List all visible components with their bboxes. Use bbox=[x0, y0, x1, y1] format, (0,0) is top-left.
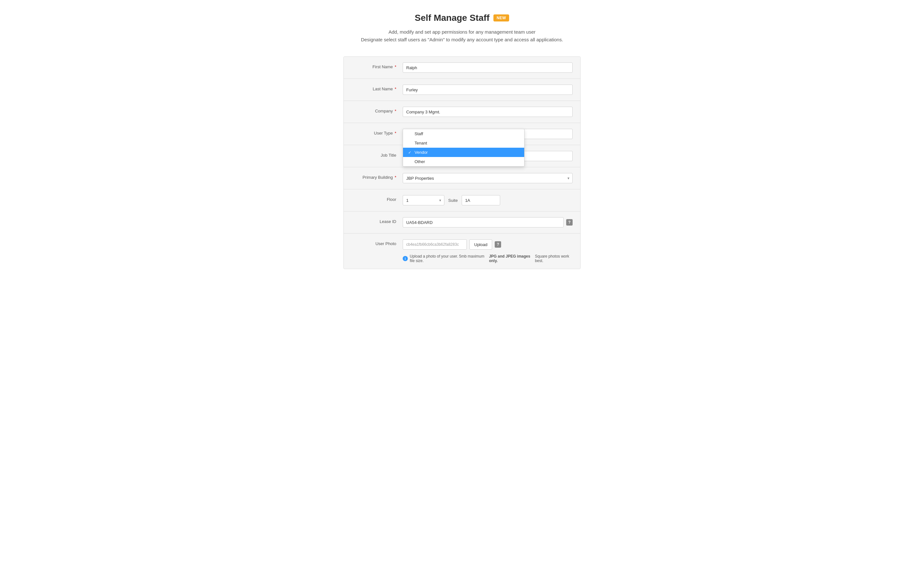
user-photo-field: Upload ? i Upload a photo of your user. … bbox=[403, 239, 573, 263]
page-subtitle-line1: Add, modify and set app permissions for … bbox=[276, 28, 648, 36]
required-star: * bbox=[393, 131, 396, 135]
company-label: Company * bbox=[351, 107, 403, 113]
required-star: * bbox=[393, 87, 396, 91]
form-container: First Name * Last Name * Company * bbox=[343, 56, 581, 269]
first-name-input[interactable] bbox=[403, 62, 573, 73]
info-icon: i bbox=[403, 256, 408, 261]
photo-path-input[interactable] bbox=[403, 239, 467, 250]
upload-button[interactable]: Upload bbox=[470, 239, 492, 250]
first-name-field bbox=[403, 62, 573, 73]
dropdown-item-staff-label: Staff bbox=[415, 131, 423, 136]
dropdown-item-other[interactable]: Other bbox=[403, 157, 524, 166]
user-photo-label: User Photo bbox=[351, 239, 403, 246]
suite-input[interactable] bbox=[462, 195, 500, 205]
lease-id-input[interactable] bbox=[403, 217, 564, 227]
user-type-row: User Type * Staff Tenant bbox=[344, 123, 580, 145]
floor-suite-wrapper: 1 2 3 ▼ Suite bbox=[403, 195, 573, 205]
photo-row-content: Upload ? i Upload a photo of your user. … bbox=[403, 239, 573, 263]
dropdown-item-other-label: Other bbox=[415, 159, 425, 164]
last-name-field bbox=[403, 85, 573, 95]
first-name-label: First Name * bbox=[351, 62, 403, 69]
page-header: Self Manage Staff NEW Add, modify and se… bbox=[276, 13, 648, 44]
job-title-label: Job Title bbox=[351, 151, 403, 158]
primary-building-select-wrapper: JBP Properties ▼ bbox=[403, 173, 573, 183]
user-type-label: User Type * bbox=[351, 129, 403, 135]
page-wrapper: Self Manage Staff NEW Add, modify and se… bbox=[270, 0, 654, 282]
primary-building-select[interactable]: JBP Properties bbox=[403, 173, 573, 183]
photo-help-prefix: Upload a photo of your user. 5mb maximum… bbox=[410, 254, 487, 263]
floor-suite-row: Floor 1 2 3 ▼ Suite bbox=[344, 189, 580, 211]
user-photo-row: User Photo Upload ? i Upload a photo of … bbox=[344, 234, 580, 269]
floor-select-wrapper: 1 2 3 ▼ bbox=[403, 195, 444, 205]
company-row: Company * bbox=[344, 101, 580, 123]
photo-help-bold: JPG and JPEG images only. bbox=[489, 254, 533, 263]
dropdown-item-tenant[interactable]: Tenant bbox=[403, 138, 524, 148]
user-type-field: Staff Tenant ✓ Vendor Other bbox=[403, 129, 573, 139]
user-type-select-wrapper: Staff Tenant ✓ Vendor Other bbox=[403, 129, 573, 139]
last-name-input[interactable] bbox=[403, 85, 573, 95]
floor-select[interactable]: 1 2 3 bbox=[403, 195, 444, 205]
page-title: Self Manage Staff bbox=[415, 13, 489, 23]
user-photo-help-icon[interactable]: ? bbox=[495, 241, 501, 248]
required-star: * bbox=[393, 64, 396, 69]
company-field bbox=[403, 107, 573, 117]
primary-building-label: Primary Building * bbox=[351, 173, 403, 180]
page-title-row: Self Manage Staff NEW bbox=[276, 13, 648, 23]
dropdown-item-vendor-label: Vendor bbox=[415, 150, 428, 155]
photo-help-text: i Upload a photo of your user. 5mb maxim… bbox=[403, 254, 573, 263]
dropdown-item-vendor[interactable]: ✓ Vendor bbox=[403, 148, 524, 157]
checkmark-vendor: ✓ bbox=[408, 150, 413, 155]
first-name-row: First Name * bbox=[344, 57, 580, 79]
suite-label: Suite bbox=[448, 198, 458, 203]
page-subtitle-line2: Designate select staff users as "Admin" … bbox=[276, 36, 648, 44]
user-type-dropdown: Staff Tenant ✓ Vendor Other bbox=[403, 129, 525, 167]
primary-building-field: JBP Properties ▼ bbox=[403, 173, 573, 183]
required-star: * bbox=[393, 109, 396, 113]
dropdown-item-tenant-label: Tenant bbox=[415, 141, 427, 146]
lease-id-help-icon[interactable]: ? bbox=[566, 219, 573, 225]
photo-help-suffix: Square photos work best. bbox=[535, 254, 573, 263]
floor-label: Floor bbox=[351, 195, 403, 202]
new-badge: NEW bbox=[493, 14, 509, 21]
required-star: * bbox=[393, 175, 396, 180]
primary-building-row: Primary Building * JBP Properties ▼ bbox=[344, 167, 580, 189]
lease-id-label: Lease ID bbox=[351, 217, 403, 224]
dropdown-item-staff[interactable]: Staff bbox=[403, 129, 524, 138]
last-name-row: Last Name * bbox=[344, 79, 580, 101]
lease-id-content: ? bbox=[403, 217, 573, 227]
lease-id-row: Lease ID ? bbox=[344, 211, 580, 234]
company-input[interactable] bbox=[403, 107, 573, 117]
last-name-label: Last Name * bbox=[351, 85, 403, 91]
